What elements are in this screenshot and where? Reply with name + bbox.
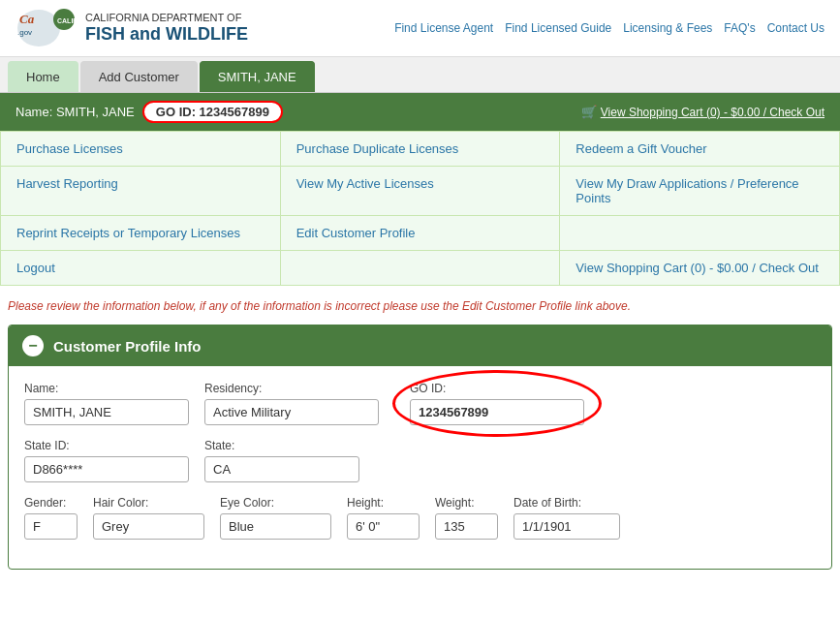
go-id-label: GO ID: xyxy=(410,382,584,395)
info-bar: Name: SMITH, JANE GO ID: 1234567899 🛒 Vi… xyxy=(0,93,840,131)
state-id-value: D866**** xyxy=(24,456,189,482)
menu-empty-1 xyxy=(560,216,839,250)
menu-logout[interactable]: Logout xyxy=(1,251,281,285)
state-field-group: State: CA xyxy=(204,439,359,482)
menu-purchase-licenses[interactable]: Purchase Licenses xyxy=(1,132,281,166)
profile-title: Customer Profile Info xyxy=(53,338,202,355)
menu-grid: Purchase Licenses Purchase Duplicate Lic… xyxy=(0,131,840,286)
hair-label: Hair Color: xyxy=(93,496,204,510)
gender-field-group: Gender: F xyxy=(24,496,78,540)
profile-section: − Customer Profile Info Name: SMITH, JAN… xyxy=(8,325,832,570)
svg-text:Ca: Ca xyxy=(19,12,35,26)
tab-home[interactable]: Home xyxy=(8,61,78,92)
state-value: CA xyxy=(204,456,359,482)
nav-find-guide[interactable]: Find Licensed Guide xyxy=(505,21,611,35)
menu-row-3: Reprint Receipts or Temporary Licenses E… xyxy=(1,216,839,251)
gender-label: Gender: xyxy=(24,496,78,510)
info-bar-left: Name: SMITH, JANE GO ID: 1234567899 xyxy=(16,101,283,123)
nav-faqs[interactable]: FAQ's xyxy=(724,21,755,35)
weight-field-group: Weight: 135 xyxy=(435,496,498,540)
gender-value: F xyxy=(24,513,78,540)
name-field-group: Name: SMITH, JANE xyxy=(24,382,189,425)
svg-text:.gov: .gov xyxy=(17,28,32,37)
menu-empty-2 xyxy=(281,251,561,285)
menu-cart-link[interactable]: View Shopping Cart (0) - $0.00 / Check O… xyxy=(560,251,839,285)
state-label: State: xyxy=(204,439,359,452)
weight-value: 135 xyxy=(435,513,498,540)
tab-smith-jane[interactable]: SMITH, JANE xyxy=(200,61,315,92)
menu-edit-profile[interactable]: Edit Customer Profile xyxy=(281,216,561,250)
name-value: SMITH, JANE xyxy=(24,399,189,425)
nav-licensing[interactable]: Licensing & Fees xyxy=(623,21,712,35)
height-field-group: Height: 6' 0" xyxy=(347,496,420,540)
residency-label: Residency: xyxy=(204,382,379,395)
profile-header: − Customer Profile Info xyxy=(9,325,831,366)
dob-field-group: Date of Birth: 1/1/1901 xyxy=(513,496,620,540)
menu-draw-applications[interactable]: View My Draw Applications / Preference P… xyxy=(560,167,839,215)
eye-field-group: Eye Color: Blue xyxy=(220,496,331,540)
profile-row-3: Gender: F Hair Color: Grey Eye Color: Bl… xyxy=(24,496,816,540)
menu-row-1: Purchase Licenses Purchase Duplicate Lic… xyxy=(1,132,839,167)
name-label: Name: xyxy=(24,382,189,395)
hair-field-group: Hair Color: Grey xyxy=(93,496,204,540)
notice-text: Please review the information below, if … xyxy=(0,286,840,321)
cart-link-header[interactable]: View Shopping Cart (0) - $0.00 / Check O… xyxy=(601,106,824,119)
dob-label: Date of Birth: xyxy=(513,496,620,510)
go-id-value: 1234567899 xyxy=(410,399,584,425)
tab-bar: Home Add Customer SMITH, JANE xyxy=(0,57,840,93)
menu-harvest-reporting[interactable]: Harvest Reporting xyxy=(1,167,281,215)
residency-value: Active Military xyxy=(204,399,379,425)
menu-row-4: Logout View Shopping Cart (0) - $0.00 / … xyxy=(1,251,839,285)
nav-contact[interactable]: Contact Us xyxy=(767,21,824,35)
ca-logo-icon: Ca .gov CALIF xyxy=(16,8,78,48)
header-nav: Find License Agent Find Licensed Guide L… xyxy=(394,21,824,35)
svg-text:CALIF: CALIF xyxy=(57,17,78,24)
customer-name-label: Name: SMITH, JANE xyxy=(16,105,135,119)
height-label: Height: xyxy=(347,496,420,510)
weight-label: Weight: xyxy=(435,496,498,510)
menu-redeem-voucher[interactable]: Redeem a Gift Voucher xyxy=(560,132,839,166)
logo-text: CALIFORNIA DEPARTMENT OF FISH and WILDLI… xyxy=(85,12,248,46)
residency-field-group: Residency: Active Military xyxy=(204,382,379,425)
go-id-badge: GO ID: 1234567899 xyxy=(142,101,283,123)
logo-area: Ca .gov CALIF CALIFORNIA DEPARTMENT OF F… xyxy=(16,8,248,48)
menu-row-2: Harvest Reporting View My Active License… xyxy=(1,167,839,216)
page-header: Ca .gov CALIF CALIFORNIA DEPARTMENT OF F… xyxy=(0,0,840,57)
go-id-field-group: GO ID: 1234567899 xyxy=(410,382,584,425)
eye-label: Eye Color: xyxy=(220,496,331,510)
menu-purchase-duplicate[interactable]: Purchase Duplicate Licenses xyxy=(281,132,561,166)
info-bar-right: 🛒 View Shopping Cart (0) - $0.00 / Check… xyxy=(581,105,824,119)
profile-row-1: Name: SMITH, JANE Residency: Active Mili… xyxy=(24,382,816,425)
state-id-field-group: State ID: D866**** xyxy=(24,439,189,482)
menu-reprint-receipts[interactable]: Reprint Receipts or Temporary Licenses xyxy=(1,216,281,250)
tab-add-customer[interactable]: Add Customer xyxy=(80,61,198,92)
state-id-label: State ID: xyxy=(24,439,189,452)
menu-view-active-licenses[interactable]: View My Active Licenses xyxy=(281,167,561,215)
nav-find-agent[interactable]: Find License Agent xyxy=(394,21,493,35)
hair-value: Grey xyxy=(93,513,204,540)
dob-value: 1/1/1901 xyxy=(513,513,620,540)
height-value: 6' 0" xyxy=(347,513,420,540)
collapse-button[interactable]: − xyxy=(22,335,44,356)
eye-value: Blue xyxy=(220,513,331,540)
profile-row-2: State ID: D866**** State: CA xyxy=(24,439,816,482)
profile-body: Name: SMITH, JANE Residency: Active Mili… xyxy=(9,366,831,569)
